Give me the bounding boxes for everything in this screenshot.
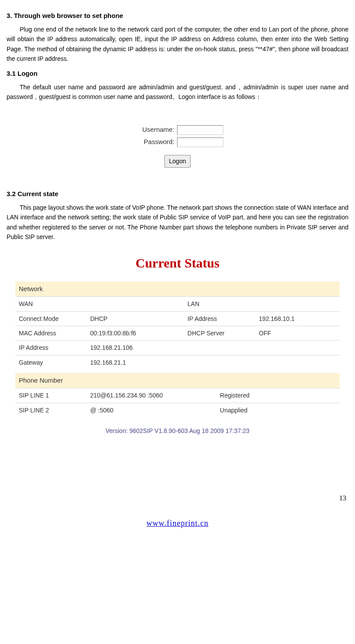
logon-button[interactable]: Logon	[164, 155, 191, 167]
version-text: Version: 9602SIP V1.8.90-603 Aug 18 2009…	[15, 417, 340, 438]
footer-link[interactable]: www.fineprint.cn	[7, 517, 348, 530]
phone-table: Phone Number SIP LINE 1 210@61.156.234.9…	[15, 373, 340, 417]
connect-mode-value: DHCP	[87, 311, 184, 326]
lan-ip-label: IP Address	[184, 311, 255, 326]
logon-form: Username: Password: Logon	[119, 119, 236, 171]
username-label: Username:	[142, 126, 174, 133]
paragraph-31: The default user name and password are a…	[7, 82, 348, 102]
connect-mode-label: Connect Mode	[15, 311, 87, 326]
wan-header: WAN	[15, 297, 87, 311]
mac-value: 00:19:f3:00:8b:f6	[87, 326, 184, 341]
sip-line1-value: 210@61.156.234.90 :5060	[87, 388, 216, 403]
sip-line2-label: SIP LINE 2	[15, 403, 87, 417]
username-input[interactable]	[177, 125, 223, 135]
page-number: 13	[7, 493, 346, 504]
lan-header: LAN	[184, 297, 255, 311]
sip-line2-status: Unapplied	[216, 403, 340, 417]
heading-31: 3.1 Logon	[7, 68, 348, 79]
sip-line2-value: @ :5060	[87, 403, 216, 417]
sip-line1-label: SIP LINE 1	[15, 388, 87, 403]
dhcp-server-label: DHCP Server	[184, 326, 255, 341]
dhcp-server-value: OFF	[255, 326, 340, 341]
mac-label: MAC Address	[15, 326, 87, 341]
gateway-value: 192.168.21.1	[87, 355, 184, 370]
heading-32: 3.2 Current state	[7, 189, 348, 199]
password-row: Password:	[123, 137, 232, 147]
status-title: Current Status	[15, 253, 340, 274]
network-table: Network WAN LAN Connect Mode DHCP IP Add…	[15, 282, 340, 370]
wan-ip-label: IP Address	[15, 341, 87, 355]
gateway-label: Gateway	[15, 355, 87, 370]
username-row: Username:	[123, 124, 232, 135]
status-area: Current Status Network WAN LAN Connect M…	[15, 253, 340, 438]
password-label: Password:	[144, 138, 174, 145]
sip-line1-status: Registered	[216, 388, 340, 403]
lan-ip-value: 192.168.10.1	[255, 311, 340, 326]
paragraph-32: This page layout shows the work state of…	[7, 203, 348, 242]
phone-section-header: Phone Number	[15, 373, 340, 388]
paragraph-main: Plug one end of the network line to the …	[7, 25, 348, 64]
heading-main: 3. Through web browser to set phone	[7, 11, 348, 21]
wan-ip-value: 192.168.21.106	[87, 341, 184, 355]
network-section-header: Network	[15, 282, 340, 297]
password-input[interactable]	[177, 137, 223, 147]
